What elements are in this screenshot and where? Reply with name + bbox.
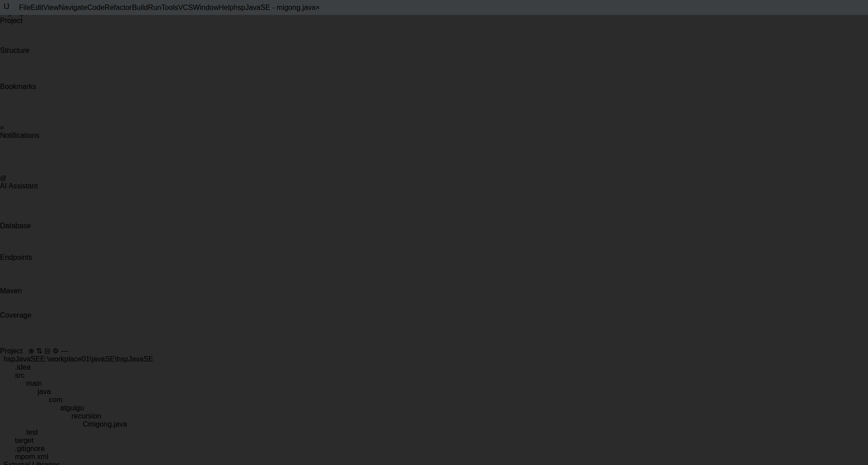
tree-item-atguigu[interactable]: atguigu [0,404,868,412]
menu-item-file[interactable]: File [19,4,31,12]
gear-icon[interactable]: ⚙ [52,347,59,355]
menu-item-run[interactable]: Run [148,4,161,12]
menu-item-window[interactable]: Window [193,4,219,12]
tree-item-label: main [26,380,42,387]
tree-item-label: target [15,437,33,444]
tree-item-idea[interactable]: .idea [0,363,868,371]
more-tool-windows-icon[interactable]: » [0,123,868,132]
menu-item-help[interactable]: Help [219,4,234,12]
tree-item-label: .gitignore [15,445,45,452]
right-tool-stripe: Notifications @ AI Assistant Database En… [0,132,868,347]
tree-item-label: atguigu [60,404,84,412]
tree-item-label: com [49,396,62,404]
project-panel-title[interactable]: Project [0,347,23,355]
sidebar-item-bookmarks[interactable]: Bookmarks [0,83,868,123]
menu-item-tools[interactable]: Tools [161,4,178,12]
sidebar-item-coverage[interactable]: Coverage [0,311,868,347]
tree-item-ExternalLibraries[interactable]: External Libraries [0,461,868,465]
tree-item-label: migong.java [88,420,127,428]
tree-item-label: .idea [15,363,31,371]
menu-item-code[interactable]: Code [87,4,104,12]
menu-item-build[interactable]: Build [132,4,148,12]
sidebar-item-project[interactable]: Project [0,17,868,47]
tree-item-migongjava[interactable]: Cmigong.java [0,420,868,428]
sidebar-item-database[interactable]: Database [0,222,868,254]
tree-item-main[interactable]: main [0,380,868,388]
sidebar-item-notifications[interactable]: Notifications [0,132,868,174]
tree-item-target[interactable]: target [0,437,868,445]
left-tool-stripe: Project Structure Bookmarks » [0,17,868,132]
tree-item-java[interactable]: java [0,388,868,396]
tree-item-label: recursion [71,412,101,420]
ai-assistant-icon[interactable]: @ [0,174,6,182]
collapse-all-icon[interactable]: ⊟ [44,347,50,355]
locate-file-icon[interactable]: ⊕ [28,347,34,355]
tree-item-label: pom.xml [21,453,48,460]
tree-item-src[interactable]: src [0,371,868,380]
close-button[interactable]: × [316,4,320,12]
intellij-logo-icon: IJ [4,3,14,13]
menu-item-view[interactable]: View [43,4,58,12]
sidebar-item-ai-assistant[interactable]: AI Assistant [0,182,868,222]
tree-item-recursion[interactable]: recursion [0,412,868,420]
title-bar: IJ FileEditViewNavigateCodeRefactorBuild… [0,0,868,15]
tree-item-test[interactable]: test [0,428,868,437]
tree-item-label: java [38,388,51,395]
tree-item-hspJavaSE[interactable]: hspJavaSEE:\workplace01\javaSE\hspJavaSE [0,355,868,363]
tree-item-com[interactable]: com [0,396,868,404]
sidebar-item-structure[interactable]: Structure [0,47,868,83]
tree-item-label: External Libraries [4,461,60,465]
window-title: hspJavaSE - migong.java [234,4,316,12]
tree-item-pomxml[interactable]: mpom.xml [0,453,868,461]
menu-item-edit[interactable]: Edit [31,4,43,12]
class-icon: C [83,420,88,428]
menu-bar: FileEditViewNavigateCodeRefactorBuildRun… [19,4,234,12]
menu-item-vcs[interactable]: VCS [178,4,193,12]
tree-item-gitignore[interactable]: .gitignore [0,445,868,453]
sidebar-item-endpoints[interactable]: Endpoints [0,254,868,287]
project-panel: Project ⊕ ⇅ ⊟ ⚙ — hspJavaSEE:\workplace0… [0,347,868,465]
tree-item-label: test [26,428,38,436]
sidebar-item-maven[interactable]: Maven [0,287,868,311]
tree-item-label: src [15,371,24,379]
hide-panel-icon[interactable]: — [61,347,68,355]
maven-icon: m [15,453,21,460]
menu-item-refactor[interactable]: Refactor [104,4,132,12]
tree-item-path: E:\workplace01\javaSE\hspJavaSE [40,355,153,363]
sort-icon[interactable]: ⇅ [36,347,42,355]
tree-item-label: hspJavaSE [4,355,40,363]
project-tree: hspJavaSEE:\workplace01\javaSE\hspJavaSE… [0,355,868,465]
menu-item-navigate[interactable]: Navigate [59,4,87,12]
